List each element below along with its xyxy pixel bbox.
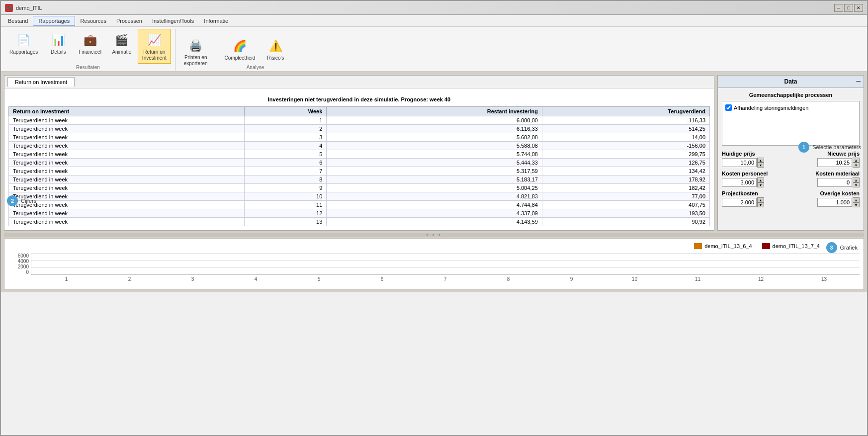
afhandeling-label: Afhandeling storingsmeldingen	[734, 105, 808, 111]
cell-terugverdiend: -156,00	[542, 142, 709, 150]
minimize-button[interactable]: ─	[834, 4, 843, 12]
projectkosten-up[interactable]: ▲	[757, 197, 764, 202]
toolbar-btn-risicos[interactable]: ⚠️ Risico's	[260, 35, 290, 64]
divider[interactable]: • • •	[4, 233, 864, 237]
toolbar: 📄 Rapportages 📊 Details 💼 Financieel 🎬 A…	[1, 27, 867, 72]
annotation-badge-selectie: 1	[798, 142, 809, 153]
toolbar-btn-financieel[interactable]: 💼 Financieel	[74, 29, 106, 64]
projectkosten-label: Projectkosten	[722, 190, 788, 196]
cell-week: 13	[244, 218, 327, 226]
overige-kosten-input[interactable]	[817, 198, 852, 207]
kosten-personeel-input-wrap: ▲ ▼	[722, 177, 788, 187]
cell-restant: 5.004,25	[327, 184, 542, 192]
risicos-icon: ⚠️	[266, 37, 284, 55]
huidige-prijs-up[interactable]: ▲	[757, 158, 764, 163]
cell-terugverdiend: 193,50	[542, 209, 709, 218]
maximize-button[interactable]: □	[844, 4, 853, 12]
x-axis: 12345678910111213	[31, 275, 860, 285]
kosten-personeel-spinner: ▲ ▼	[757, 177, 764, 187]
kosten-personeel-group: Kosten personeel ▲ ▼	[722, 171, 788, 187]
nieuwe-prijs-group: Nieuwe prijs ▲ ▼	[793, 151, 860, 168]
huidige-prijs-input-wrap: ▲ ▼	[722, 158, 788, 168]
huidige-prijs-group: Huidige prijs ▲ ▼	[722, 151, 788, 168]
kosten-personeel-up[interactable]: ▲	[757, 177, 764, 182]
kosten-materiaal-down[interactable]: ▼	[853, 182, 860, 187]
data-panel-minimize[interactable]: ─	[856, 78, 861, 85]
x-label: 10	[603, 276, 666, 285]
bars-container	[31, 253, 860, 274]
cell-week: 12	[244, 209, 327, 218]
x-label: 6	[350, 276, 414, 285]
menu-bestand[interactable]: Bestand	[3, 16, 33, 25]
annotation-selectie: 1 Selectie parameters	[798, 142, 861, 153]
cell-terugverdiend: 182,42	[542, 184, 709, 192]
legend-label-2: demo_ITIL_13_7_4	[773, 243, 820, 249]
roi-table-body: Terugverdiend in week 1 6.000,00 -116,33…	[9, 116, 710, 226]
x-label: 9	[540, 276, 603, 285]
y-label-2000: 2000	[8, 264, 29, 269]
huidige-prijs-label: Huidige prijs	[722, 151, 788, 157]
table-row: Terugverdiend in week 5 5.744,08 299,75	[9, 150, 710, 159]
legend-color-1	[694, 243, 702, 249]
animatie-icon: 🎬	[113, 31, 131, 49]
toolbar-btn-printen[interactable]: 🖨️ Printen enexporteren	[179, 34, 212, 69]
nieuwe-prijs-input-wrap: ▲ ▼	[793, 158, 860, 168]
cell-terugverdiend: -116,33	[542, 116, 709, 125]
nieuwe-prijs-down[interactable]: ▼	[853, 163, 860, 168]
toolbar-btn-compleetheid[interactable]: 🌈 Compleetheid	[220, 35, 260, 64]
toolbar-btn-details[interactable]: 📊 Details	[43, 29, 73, 64]
projectkosten-input[interactable]	[722, 198, 757, 207]
cell-terugverdiend: 77,00	[542, 192, 709, 201]
nieuwe-prijs-input[interactable]	[817, 158, 852, 167]
left-panel: Return on Investment Investeringen niet …	[4, 75, 714, 231]
close-button[interactable]: ✕	[854, 4, 863, 12]
roi-label: Return onInvestment	[142, 49, 167, 61]
cell-restant: 5.744,08	[327, 150, 542, 159]
y-label-0: 0	[8, 269, 29, 275]
cell-restant: 5.183,17	[327, 175, 542, 184]
annotation-grafiek: 3 Grafiek	[826, 242, 858, 253]
legend-label-1: demo_ITIL_13_6_4	[704, 243, 752, 249]
toolbar-btn-roi[interactable]: 📈 Return onInvestment	[138, 29, 171, 64]
x-label: 13	[792, 276, 856, 285]
toolbar-group-resultaten: 📄 Rapportages 📊 Details 💼 Financieel 🎬 A…	[5, 29, 175, 71]
cell-terugverdiend: 126,75	[542, 159, 709, 167]
kosten-materiaal-label: Kosten materiaal	[793, 171, 860, 176]
kosten-materiaal-input[interactable]	[817, 178, 852, 187]
huidige-prijs-down[interactable]: ▼	[757, 163, 764, 168]
cell-week: 6	[244, 159, 327, 167]
nieuwe-prijs-up[interactable]: ▲	[853, 158, 860, 163]
x-label: 4	[224, 276, 287, 285]
cell-terugverdiend: 178,92	[542, 175, 709, 184]
title-buttons: ─ □ ✕	[834, 4, 863, 12]
table-row: Terugverdiend in week 6 5.444,33 126,75	[9, 159, 710, 167]
huidige-prijs-input[interactable]	[722, 158, 757, 167]
overige-kosten-down[interactable]: ▼	[853, 202, 860, 207]
toolbar-group-resultaten-label: Resultaten	[5, 65, 171, 71]
kosten-personeel-down[interactable]: ▼	[757, 182, 764, 187]
kosten-personeel-input[interactable]	[722, 178, 757, 187]
menu-resources[interactable]: Resources	[75, 16, 111, 25]
afhandeling-checkbox[interactable]	[725, 104, 732, 111]
menu-informatie[interactable]: Informatie	[199, 16, 233, 25]
cell-week: 5	[244, 150, 327, 159]
cell-week: 10	[244, 192, 327, 201]
projectkosten-down[interactable]: ▼	[757, 202, 764, 207]
kosten-materiaal-up[interactable]: ▲	[853, 177, 860, 182]
toolbar-btn-animatie[interactable]: 🎬 Animatie	[107, 29, 137, 64]
toolbar-group-print-label	[179, 70, 212, 71]
cell-label: Terugverdiend in week	[9, 192, 245, 201]
menu-processen[interactable]: Processen	[111, 16, 147, 25]
toolbar-btn-rapportages[interactable]: 📄 Rapportages	[5, 29, 42, 64]
cell-week: 2	[244, 125, 327, 133]
overige-kosten-up[interactable]: ▲	[853, 197, 860, 202]
col-header-roi: Return on investment	[9, 107, 245, 116]
menu-instellingen[interactable]: Instellingen/Tools	[147, 16, 199, 25]
legend-color-2	[762, 243, 770, 249]
menu-rapportages[interactable]: Rapportages	[33, 16, 75, 26]
prijs-row: Huidige prijs ▲ ▼ Nieuwe prijs	[722, 151, 860, 168]
chart-legend: demo_ITIL_13_6_4 demo_ITIL_13_7_4	[8, 243, 860, 249]
x-label: 5	[287, 276, 350, 285]
cell-week: 3	[244, 133, 327, 142]
overige-kosten-group: Overige kosten ▲ ▼	[793, 190, 860, 207]
